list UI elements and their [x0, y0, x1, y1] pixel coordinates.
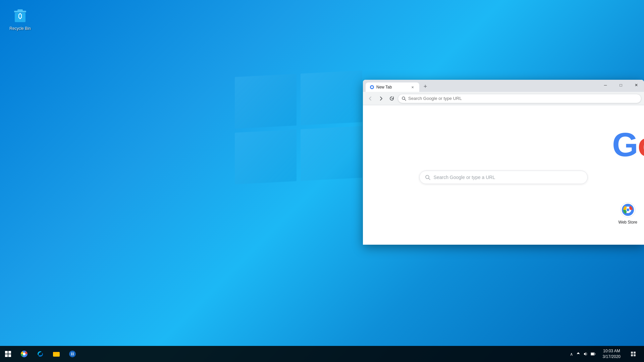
webstore-shortcut-label: Web Store	[619, 220, 637, 225]
svg-rect-21	[631, 352, 633, 354]
action-center-icon	[631, 351, 636, 357]
taskbar-time: 10:03 AM	[603, 348, 620, 354]
taskbar-system-tray[interactable]: ∧	[567, 346, 598, 362]
chrome-refresh-button[interactable]	[387, 94, 396, 103]
taskbar-clock[interactable]: 10:03 AM 3/17/2020	[599, 346, 624, 362]
svg-rect-2	[15, 13, 25, 22]
taskbar: ∧	[0, 346, 644, 362]
chrome-back-button[interactable]	[366, 94, 375, 103]
battery-svg-icon	[591, 352, 595, 356]
chrome-window: New Tab ✕ + ─ □ ✕	[363, 80, 644, 245]
chrome-page-content: G o Search Google or type a URL	[363, 105, 644, 245]
chrome-tab-close-button[interactable]: ✕	[410, 84, 415, 90]
volume-svg-icon	[583, 352, 588, 356]
taskbar-apps	[16, 346, 80, 362]
svg-rect-1	[17, 9, 23, 11]
taskbar-right-area: ∧	[567, 346, 644, 362]
svg-point-14	[23, 353, 25, 355]
chrome-window-controls: ─ □ ✕	[598, 80, 644, 92]
start-button[interactable]	[0, 346, 16, 362]
taskbar-edge-icon[interactable]	[32, 346, 48, 362]
taskbar-date: 3/17/2020	[603, 354, 621, 360]
chrome-toolbar	[363, 92, 644, 105]
svg-rect-22	[634, 352, 636, 354]
chrome-tab-newtab[interactable]: New Tab ✕	[366, 82, 419, 92]
battery-icon[interactable]	[591, 352, 595, 356]
app4-icon	[68, 350, 76, 358]
google-search-bar-container: Search Google or type a URL	[363, 171, 644, 184]
network-svg-icon	[576, 352, 581, 356]
svg-rect-19	[595, 353, 595, 355]
chrome-titlebar: New Tab ✕ + ─ □ ✕	[363, 80, 644, 92]
taskbar-chrome-icon[interactable]	[16, 346, 32, 362]
windows-logo-icon	[5, 351, 11, 357]
chrome-search-icon	[401, 96, 406, 101]
chrome-tab-label: New Tab	[376, 85, 408, 89]
recycle-bin-icon[interactable]: Recycle Bin	[7, 6, 34, 32]
chrome-new-tab-button[interactable]: +	[421, 82, 430, 91]
chrome-forward-button[interactable]	[376, 94, 386, 103]
show-hidden-icons-button[interactable]: ∧	[570, 352, 573, 357]
svg-rect-16	[53, 352, 56, 353]
chrome-favicon-icon	[370, 85, 374, 89]
google-search-icon	[425, 175, 430, 180]
svg-line-8	[429, 178, 430, 180]
svg-rect-23	[631, 354, 633, 356]
taskbar-action-center-button[interactable]	[625, 346, 641, 362]
svg-rect-20	[591, 353, 594, 355]
google-search-placeholder: Search Google or type a URL	[434, 175, 495, 180]
chrome-icon	[20, 350, 28, 358]
google-logo-o: o	[638, 125, 644, 164]
google-logo: G o	[612, 125, 644, 164]
network-icon[interactable]	[576, 352, 581, 356]
chrome-address-bar[interactable]	[398, 94, 641, 103]
taskbar-file-explorer-icon[interactable]	[48, 346, 64, 362]
svg-rect-24	[634, 354, 636, 356]
file-explorer-icon	[52, 350, 60, 358]
svg-point-4	[371, 86, 373, 88]
recycle-bin-label: Recycle Bin	[9, 26, 31, 31]
google-search-input[interactable]: Search Google or type a URL	[419, 171, 588, 184]
chrome-maximize-button[interactable]: □	[613, 80, 629, 90]
svg-point-12	[627, 208, 629, 211]
volume-icon[interactable]	[583, 352, 588, 356]
chrome-url-input[interactable]	[408, 96, 638, 101]
recycle-bin-graphic	[11, 7, 29, 25]
edge-icon	[36, 350, 44, 358]
webstore-shortcut-icon[interactable]	[620, 202, 636, 218]
taskbar-app4-icon[interactable]	[64, 346, 80, 362]
chrome-close-button[interactable]: ✕	[629, 80, 644, 90]
desktop: Recycle Bin New Tab ✕ + ─ □	[0, 0, 644, 362]
chrome-shortcuts: Web Store	[619, 202, 637, 225]
google-logo-g: G	[612, 125, 638, 164]
webstore-icon-graphic	[620, 202, 636, 218]
svg-line-6	[405, 99, 406, 101]
chrome-minimize-button[interactable]: ─	[598, 80, 613, 90]
